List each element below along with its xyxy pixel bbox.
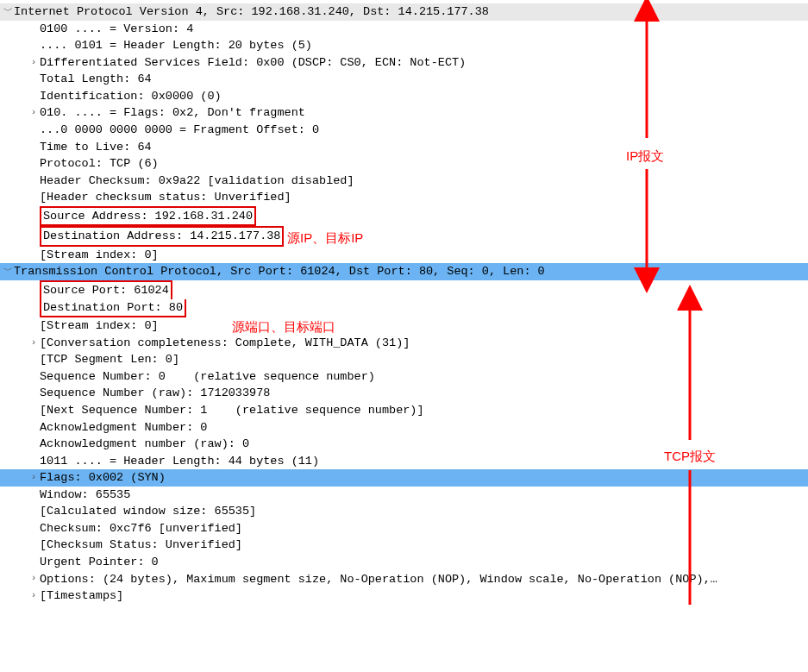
field-text: Header Checksum: 0x9a22 [validation disa… bbox=[40, 173, 354, 190]
ip-hchk-row[interactable]: Header Checksum: 0x9a22 [validation disa… bbox=[0, 173, 808, 190]
ip-dsf-row[interactable]: ›Differentiated Services Field: 0x00 (DS… bbox=[0, 54, 808, 72]
field-text: ...0 0000 0000 0000 = Fragment Offset: 0 bbox=[40, 122, 319, 139]
field-text: [Checksum Status: Unverified] bbox=[40, 537, 242, 554]
field-text: Sequence Number (raw): 1712033978 bbox=[40, 385, 270, 402]
field-text: Acknowledgment Number: 0 bbox=[40, 419, 207, 436]
field-text: [Next Sequence Number: 1 (relative seque… bbox=[40, 402, 424, 419]
tcp-hlen-row[interactable]: 1011 .... = Header Length: 44 bytes (11) bbox=[0, 453, 808, 470]
tcp-window-row[interactable]: Window: 65535 bbox=[0, 487, 808, 504]
field-text: [Conversation completeness: Complete, WI… bbox=[40, 335, 410, 352]
ip-stream-row[interactable]: [Stream index: 0] bbox=[0, 247, 808, 264]
ip-dstaddr-row[interactable]: Destination Address: 14.215.177.38 bbox=[0, 226, 808, 247]
tcp-stream-row[interactable]: [Stream index: 0] bbox=[0, 317, 808, 335]
caret-down-icon[interactable]: ﹀ bbox=[2, 5, 14, 19]
ip-header-row[interactable]: ﹀ Internet Protocol Version 4, Src: 192.… bbox=[0, 3, 808, 21]
caret-right-icon[interactable]: › bbox=[28, 106, 40, 120]
field-text: Checksum: 0xc7f6 [unverified] bbox=[40, 520, 242, 537]
field-text: 1011 .... = Header Length: 44 bytes (11) bbox=[40, 453, 319, 470]
field-text: Acknowledgment number (raw): 0 bbox=[40, 436, 249, 453]
field-text: [Timestamps] bbox=[40, 587, 123, 605]
tcp-conv-row[interactable]: ›[Conversation completeness: Complete, W… bbox=[0, 335, 808, 352]
tcp-header-text: Transmission Control Protocol, Src Port:… bbox=[14, 263, 545, 280]
tcp-options-row[interactable]: ›Options: (24 bytes), Maximum segment si… bbox=[0, 571, 808, 588]
field-text: Urgent Pointer: 0 bbox=[40, 554, 159, 571]
tcp-dstport-row[interactable]: Destination Port: 80 bbox=[0, 299, 808, 318]
field-text: [Stream index: 0] bbox=[40, 247, 159, 264]
field-text: [Header checksum status: Unverified] bbox=[40, 189, 291, 206]
packet-tree: ﹀ Internet Protocol Version 4, Src: 192.… bbox=[0, 0, 808, 605]
field-text: 010. .... = Flags: 0x2, Don't fragment bbox=[40, 104, 305, 122]
tcp-checksum-row[interactable]: Checksum: 0xc7f6 [unverified] bbox=[0, 520, 808, 537]
field-text: Options: (24 bytes), Maximum segment siz… bbox=[40, 571, 717, 588]
field-text: Protocol: TCP (6) bbox=[40, 155, 159, 173]
ip-version-row[interactable]: 0100 .... = Version: 4 bbox=[0, 21, 808, 38]
field-text: 0100 .... = Version: 4 bbox=[40, 21, 193, 38]
ip-hlen-row[interactable]: .... 0101 = Header Length: 20 bytes (5) bbox=[0, 37, 808, 54]
field-text: [Stream index: 0] bbox=[40, 317, 159, 335]
caret-right-icon[interactable]: › bbox=[28, 56, 40, 70]
ip-flags-row[interactable]: ›010. .... = Flags: 0x2, Don't fragment bbox=[0, 104, 808, 122]
field-text: Destination Port: 80 bbox=[43, 299, 183, 317]
field-text: Identification: 0x0000 (0) bbox=[40, 88, 222, 105]
tcp-calcwin-row[interactable]: [Calculated window size: 65535] bbox=[0, 503, 808, 520]
tcp-nextseq-row[interactable]: [Next Sequence Number: 1 (relative seque… bbox=[0, 402, 808, 419]
tcp-header-row[interactable]: ﹀ Transmission Control Protocol, Src Por… bbox=[0, 263, 808, 280]
ip-header-text: Internet Protocol Version 4, Src: 192.16… bbox=[14, 3, 489, 21]
caret-right-icon[interactable]: › bbox=[28, 336, 40, 350]
tcp-acknum-row[interactable]: Acknowledgment Number: 0 bbox=[0, 419, 808, 436]
caret-right-icon[interactable]: › bbox=[28, 471, 40, 485]
field-text: Time to Live: 64 bbox=[40, 139, 152, 156]
tcp-srcport-row[interactable]: Source Port: 61024 bbox=[0, 280, 808, 299]
ip-srcaddr-row[interactable]: Source Address: 192.168.31.240 bbox=[0, 206, 808, 227]
caret-right-icon[interactable]: › bbox=[28, 572, 40, 586]
field-text: Window: 65535 bbox=[40, 487, 130, 504]
tcp-chkstat-row[interactable]: [Checksum Status: Unverified] bbox=[0, 537, 808, 554]
ip-totallen-row[interactable]: Total Length: 64 bbox=[0, 71, 808, 88]
field-text: [Calculated window size: 65535] bbox=[40, 503, 256, 520]
tcp-seglen-row[interactable]: [TCP Segment Len: 0] bbox=[0, 351, 808, 368]
tcp-timestamps-row[interactable]: ›[Timestamps] bbox=[0, 587, 808, 605]
field-text: Destination Address: 14.215.177.38 bbox=[43, 228, 280, 245]
field-text: Source Port: 61024 bbox=[43, 282, 169, 299]
field-text: [TCP Segment Len: 0] bbox=[40, 351, 179, 368]
tcp-seqraw-row[interactable]: Sequence Number (raw): 1712033978 bbox=[0, 385, 808, 402]
field-text: Flags: 0x002 (SYN) bbox=[40, 469, 166, 487]
ip-ident-row[interactable]: Identification: 0x0000 (0) bbox=[0, 88, 808, 105]
field-text: .... 0101 = Header Length: 20 bytes (5) bbox=[40, 37, 312, 54]
tcp-seqnum-row[interactable]: Sequence Number: 0 (relative sequence nu… bbox=[0, 368, 808, 386]
ip-fragoff-row[interactable]: ...0 0000 0000 0000 = Fragment Offset: 0 bbox=[0, 122, 808, 139]
ip-proto-row[interactable]: Protocol: TCP (6) bbox=[0, 155, 808, 173]
caret-right-icon[interactable]: › bbox=[28, 589, 40, 603]
field-text: Sequence Number: 0 (relative sequence nu… bbox=[40, 368, 375, 386]
tcp-flags-row[interactable]: ›Flags: 0x002 (SYN) bbox=[0, 469, 808, 487]
field-text: Source Address: 192.168.31.240 bbox=[43, 208, 253, 225]
tcp-ackraw-row[interactable]: Acknowledgment number (raw): 0 bbox=[0, 436, 808, 453]
tcp-urgptr-row[interactable]: Urgent Pointer: 0 bbox=[0, 554, 808, 571]
ip-ttl-row[interactable]: Time to Live: 64 bbox=[0, 139, 808, 156]
caret-down-icon[interactable]: ﹀ bbox=[2, 265, 14, 279]
field-text: Differentiated Services Field: 0x00 (DSC… bbox=[40, 54, 466, 72]
ip-hchkstat-row[interactable]: [Header checksum status: Unverified] bbox=[0, 189, 808, 206]
field-text: Total Length: 64 bbox=[40, 71, 152, 88]
